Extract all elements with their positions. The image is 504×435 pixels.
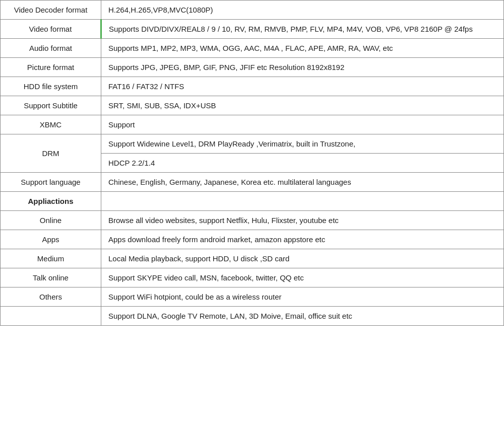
value-cell: Chinese, English, Germany, Japanese, Kor… <box>101 173 504 192</box>
table-row: Support SubtitleSRT, SMI, SUB, SSA, IDX+… <box>1 96 504 115</box>
value-cell: Supports JPG, JPEG, BMP, GIF, PNG, JFIF … <box>101 58 504 77</box>
value-cell: Supports MP1, MP2, MP3, WMA, OGG, AAC, M… <box>101 39 504 58</box>
label-cell: Video format <box>1 20 101 39</box>
value-cell: Support Widewine Level1, DRM PlayReady ,… <box>101 134 504 154</box>
table-row: Appliactions <box>1 192 504 211</box>
table-row: Support DLNA, Google TV Remote, LAN, 3D … <box>1 307 504 326</box>
value-cell: Support <box>101 115 504 134</box>
label-cell: Support Subtitle <box>1 96 101 115</box>
value-cell: Support DLNA, Google TV Remote, LAN, 3D … <box>101 307 504 326</box>
value-cell: Support SKYPE video call, MSN, facebook,… <box>101 268 504 287</box>
value-cell: Supports DIVD/DIVX/REAL8 / 9 / 10, RV, R… <box>101 20 504 39</box>
table-row: OnlineBrowse all video websites, support… <box>1 211 504 230</box>
value-cell: Local Media playback, support HDD, U dis… <box>101 249 504 268</box>
table-row: DRMSupport Widewine Level1, DRM PlayRead… <box>1 134 504 154</box>
table-row: MediumLocal Media playback, support HDD,… <box>1 249 504 268</box>
value-cell: Support WiFi hotpiont, could be as a wir… <box>101 287 504 307</box>
table-row: Video Decoder formatH.264,H.265,VP8,MVC(… <box>1 1 504 20</box>
label-cell: Medium <box>1 249 101 268</box>
table-row: Support languageChinese, English, German… <box>1 173 504 192</box>
table-row: XBMCSupport <box>1 115 504 134</box>
table-row: Video formatSupports DIVD/DIVX/REAL8 / 9… <box>1 20 504 39</box>
label-cell: XBMC <box>1 115 101 134</box>
value-cell: FAT16 / FAT32 / NTFS <box>101 77 504 96</box>
table-row: OthersSupport WiFi hotpiont, could be as… <box>1 287 504 307</box>
table-row: Picture formatSupports JPG, JPEG, BMP, G… <box>1 58 504 77</box>
label-cell <box>1 307 101 326</box>
value-cell: Apps download freely form android market… <box>101 230 504 249</box>
label-cell: Video Decoder format <box>1 1 101 20</box>
label-cell: Apps <box>1 230 101 249</box>
label-cell: Picture format <box>1 58 101 77</box>
label-cell: Others <box>1 287 101 307</box>
label-cell: DRM <box>1 134 101 173</box>
label-cell: HDD file system <box>1 77 101 96</box>
label-cell: Talk online <box>1 268 101 287</box>
label-cell: Audio format <box>1 39 101 58</box>
value-cell <box>101 192 504 211</box>
label-cell: Support language <box>1 173 101 192</box>
value-cell: HDCP 2.2/1.4 <box>101 154 504 173</box>
table-row: Audio formatSupports MP1, MP2, MP3, WMA,… <box>1 39 504 58</box>
value-cell: H.264,H.265,VP8,MVC(1080P) <box>101 1 504 20</box>
table-row: AppsApps download freely form android ma… <box>1 230 504 249</box>
table-row: Talk onlineSupport SKYPE video call, MSN… <box>1 268 504 287</box>
value-cell: Browse all video websites, support Netfl… <box>101 211 504 230</box>
label-cell: Appliactions <box>1 192 101 211</box>
value-cell: SRT, SMI, SUB, SSA, IDX+USB <box>101 96 504 115</box>
table-row: HDD file systemFAT16 / FAT32 / NTFS <box>1 77 504 96</box>
label-cell: Online <box>1 211 101 230</box>
specs-table: Video Decoder formatH.264,H.265,VP8,MVC(… <box>0 0 504 326</box>
